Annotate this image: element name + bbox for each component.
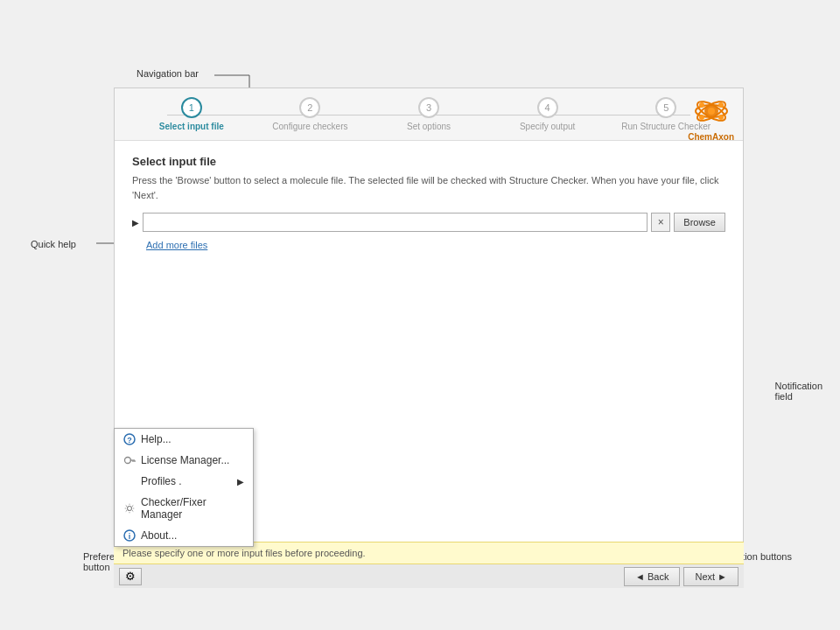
- submenu-arrow-icon: ▶: [237, 477, 244, 486]
- menu-item-about[interactable]: i About...: [115, 525, 253, 546]
- menu-item-checker-label: Checker/Fixer Manager: [141, 496, 244, 521]
- back-button[interactable]: ◄ Back: [624, 567, 680, 586]
- quick-help-annotation: Quick help: [31, 239, 76, 249]
- menu-item-license[interactable]: License Manager...: [115, 450, 253, 471]
- section-title: Select input file: [132, 155, 725, 168]
- section-desc: Press the 'Browse' button to select a mo…: [132, 173, 725, 202]
- browse-button[interactable]: Browse: [674, 213, 725, 232]
- step-4[interactable]: 4 Specify output: [488, 97, 607, 131]
- add-more-files-link[interactable]: Add more files: [146, 240, 207, 250]
- svg-point-22: [128, 507, 132, 511]
- preferences-button[interactable]: ⚙: [119, 568, 142, 585]
- gear-icon: [123, 502, 136, 514]
- file-input-row: ▶ × Browse: [132, 213, 725, 232]
- step-5[interactable]: 5 Run Structure Checker: [606, 97, 725, 131]
- content-area: Select input file Press the 'Browse' but…: [115, 141, 743, 265]
- step-5-label: Run Structure Checker: [621, 122, 710, 131]
- step-2-label: Configure checkers: [272, 122, 347, 131]
- chemaxon-text: ChemAxon: [688, 132, 734, 142]
- step-5-circle: 5: [655, 97, 676, 118]
- step-2[interactable]: 2 Configure checkers: [251, 97, 370, 131]
- step-bar: 1 Select input file 2 Configure checkers…: [115, 88, 743, 141]
- nav-buttons: ◄ Back Next ►: [624, 567, 738, 586]
- svg-text:i: i: [129, 532, 131, 541]
- bottom-bar: ⚙ ◄ Back Next ►: [114, 564, 744, 588]
- help-icon: ?: [123, 433, 136, 445]
- step-2-circle: 2: [299, 97, 320, 118]
- menu-item-help-label: Help...: [141, 433, 172, 445]
- file-input-field[interactable]: [143, 213, 648, 232]
- menu-item-license-label: License Manager...: [141, 454, 229, 466]
- notification-annotation: Notification field: [775, 381, 822, 402]
- key-icon: [123, 454, 136, 466]
- step-3-label: Set options: [407, 122, 451, 131]
- nav-bar-annotation: Navigation bar: [136, 68, 199, 79]
- step-4-circle: 4: [537, 97, 558, 118]
- context-menu: ? Help... License Manager... Profiles . …: [114, 428, 254, 547]
- step-3-circle: 3: [418, 97, 439, 118]
- next-button[interactable]: Next ►: [683, 567, 738, 586]
- step-4-label: Specify output: [520, 122, 575, 131]
- clear-button[interactable]: ×: [651, 213, 670, 232]
- notification-text: Please specify one or more input files b…: [122, 548, 366, 558]
- step-1[interactable]: 1 Select input file: [132, 97, 251, 131]
- menu-item-profiles-label: Profiles .: [141, 475, 182, 487]
- file-row-arrow: ▶: [132, 218, 139, 228]
- menu-item-help[interactable]: ? Help...: [115, 429, 253, 450]
- menu-item-about-label: About...: [141, 529, 177, 542]
- step-1-circle: 1: [181, 97, 202, 118]
- step-3[interactable]: 3 Set options: [369, 97, 488, 131]
- menu-item-profiles[interactable]: Profiles . ▶: [115, 471, 253, 492]
- svg-text:?: ?: [127, 436, 132, 444]
- menu-item-checker[interactable]: Checker/Fixer Manager: [115, 492, 253, 525]
- step-1-label: Select input file: [159, 122, 224, 131]
- svg-point-18: [125, 458, 131, 464]
- info-icon: i: [123, 529, 136, 542]
